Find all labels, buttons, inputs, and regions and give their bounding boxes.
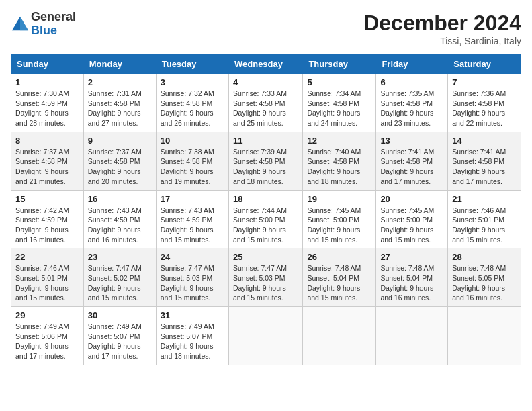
day-detail: Sunrise: 7:37 AMSunset: 4:58 PMDaylight:… bbox=[15, 148, 69, 185]
day-number: 8 bbox=[15, 136, 79, 146]
weekday-header-row: SundayMondayTuesdayWednesdayThursdayFrid… bbox=[11, 55, 521, 74]
day-number: 3 bbox=[161, 77, 224, 87]
weekday-header-saturday: Saturday bbox=[448, 55, 521, 74]
day-detail: Sunrise: 7:48 AMSunset: 5:04 PMDaylight:… bbox=[380, 264, 434, 302]
day-number: 19 bbox=[307, 194, 371, 204]
calendar-cell bbox=[303, 307, 376, 365]
day-number: 15 bbox=[15, 194, 79, 204]
calendar-cell bbox=[376, 307, 448, 365]
svg-marker-1 bbox=[20, 17, 28, 31]
day-number: 9 bbox=[88, 136, 152, 146]
day-number: 28 bbox=[452, 252, 517, 262]
weekday-header-wednesday: Wednesday bbox=[228, 55, 302, 74]
page-header: General Blue December 2024 Tissi, Sardin… bbox=[11, 11, 521, 46]
day-detail: Sunrise: 7:37 AMSunset: 4:58 PMDaylight:… bbox=[88, 148, 142, 185]
calendar-cell: 17Sunrise: 7:43 AMSunset: 4:59 PMDayligh… bbox=[156, 190, 228, 248]
day-detail: Sunrise: 7:32 AMSunset: 4:58 PMDaylight:… bbox=[161, 89, 214, 127]
calendar-cell: 8Sunrise: 7:37 AMSunset: 4:58 PMDaylight… bbox=[11, 132, 84, 190]
day-number: 16 bbox=[88, 194, 152, 204]
location: Tissi, Sardinia, Italy bbox=[363, 36, 521, 46]
logo-blue-text: Blue bbox=[31, 24, 76, 38]
day-number: 27 bbox=[380, 252, 443, 262]
calendar-cell: 19Sunrise: 7:45 AMSunset: 5:00 PMDayligh… bbox=[303, 190, 376, 248]
day-detail: Sunrise: 7:34 AMSunset: 4:58 PMDaylight:… bbox=[307, 89, 361, 127]
calendar-body: 1Sunrise: 7:30 AMSunset: 4:59 PMDaylight… bbox=[11, 74, 521, 365]
day-detail: Sunrise: 7:36 AMSunset: 4:58 PMDaylight:… bbox=[452, 89, 506, 127]
weekday-header-monday: Monday bbox=[83, 55, 156, 74]
day-number: 13 bbox=[380, 136, 443, 146]
day-detail: Sunrise: 7:45 AMSunset: 5:00 PMDaylight:… bbox=[380, 206, 434, 244]
calendar-cell: 22Sunrise: 7:46 AMSunset: 5:01 PMDayligh… bbox=[11, 248, 84, 307]
day-detail: Sunrise: 7:38 AMSunset: 4:58 PMDaylight:… bbox=[161, 148, 214, 185]
day-number: 1 bbox=[15, 77, 79, 87]
calendar-cell: 25Sunrise: 7:47 AMSunset: 5:03 PMDayligh… bbox=[228, 248, 302, 307]
calendar-cell: 16Sunrise: 7:43 AMSunset: 4:59 PMDayligh… bbox=[83, 190, 156, 248]
day-detail: Sunrise: 7:44 AMSunset: 5:00 PMDaylight:… bbox=[233, 206, 287, 244]
calendar-cell: 24Sunrise: 7:47 AMSunset: 5:03 PMDayligh… bbox=[156, 248, 228, 307]
day-number: 29 bbox=[15, 310, 79, 320]
day-detail: Sunrise: 7:46 AMSunset: 5:01 PMDaylight:… bbox=[15, 264, 69, 302]
calendar-cell: 2Sunrise: 7:31 AMSunset: 4:58 PMDaylight… bbox=[83, 74, 156, 132]
day-detail: Sunrise: 7:43 AMSunset: 4:59 PMDaylight:… bbox=[88, 206, 142, 244]
day-detail: Sunrise: 7:49 AMSunset: 5:07 PMDaylight:… bbox=[161, 322, 214, 360]
calendar-cell: 1Sunrise: 7:30 AMSunset: 4:59 PMDaylight… bbox=[11, 74, 84, 132]
calendar-cell: 7Sunrise: 7:36 AMSunset: 4:58 PMDaylight… bbox=[448, 74, 521, 132]
day-number: 4 bbox=[233, 77, 298, 87]
day-detail: Sunrise: 7:45 AMSunset: 5:00 PMDaylight:… bbox=[307, 206, 361, 244]
calendar-cell bbox=[448, 307, 521, 365]
day-number: 26 bbox=[307, 252, 371, 262]
day-detail: Sunrise: 7:49 AMSunset: 5:06 PMDaylight:… bbox=[15, 322, 69, 360]
day-detail: Sunrise: 7:47 AMSunset: 5:02 PMDaylight:… bbox=[88, 264, 142, 302]
calendar-cell: 13Sunrise: 7:41 AMSunset: 4:58 PMDayligh… bbox=[376, 132, 448, 190]
calendar-header: SundayMondayTuesdayWednesdayThursdayFrid… bbox=[11, 55, 521, 74]
day-number: 6 bbox=[380, 77, 443, 87]
logo-icon bbox=[11, 15, 30, 34]
day-detail: Sunrise: 7:31 AMSunset: 4:58 PMDaylight:… bbox=[88, 89, 142, 127]
calendar-cell: 15Sunrise: 7:42 AMSunset: 4:59 PMDayligh… bbox=[11, 190, 84, 248]
calendar-cell: 28Sunrise: 7:48 AMSunset: 5:05 PMDayligh… bbox=[448, 248, 521, 307]
calendar-cell: 21Sunrise: 7:46 AMSunset: 5:01 PMDayligh… bbox=[448, 190, 521, 248]
day-detail: Sunrise: 7:40 AMSunset: 4:58 PMDaylight:… bbox=[307, 148, 361, 185]
day-number: 5 bbox=[307, 77, 371, 87]
day-number: 12 bbox=[307, 136, 371, 146]
title-section: December 2024 Tissi, Sardinia, Italy bbox=[363, 11, 521, 46]
calendar-cell bbox=[228, 307, 302, 365]
day-number: 30 bbox=[88, 310, 152, 320]
day-number: 22 bbox=[15, 252, 79, 262]
weekday-header-tuesday: Tuesday bbox=[156, 55, 228, 74]
calendar-cell: 18Sunrise: 7:44 AMSunset: 5:00 PMDayligh… bbox=[228, 190, 302, 248]
day-detail: Sunrise: 7:41 AMSunset: 4:58 PMDaylight:… bbox=[452, 148, 506, 185]
day-number: 24 bbox=[161, 252, 224, 262]
calendar-cell: 30Sunrise: 7:49 AMSunset: 5:07 PMDayligh… bbox=[83, 307, 156, 365]
calendar-cell: 12Sunrise: 7:40 AMSunset: 4:58 PMDayligh… bbox=[303, 132, 376, 190]
calendar-cell: 31Sunrise: 7:49 AMSunset: 5:07 PMDayligh… bbox=[156, 307, 228, 365]
calendar-week-5: 29Sunrise: 7:49 AMSunset: 5:06 PMDayligh… bbox=[11, 307, 521, 365]
calendar-cell: 5Sunrise: 7:34 AMSunset: 4:58 PMDaylight… bbox=[303, 74, 376, 132]
day-number: 25 bbox=[233, 252, 298, 262]
weekday-header-sunday: Sunday bbox=[11, 55, 84, 74]
calendar-cell: 23Sunrise: 7:47 AMSunset: 5:02 PMDayligh… bbox=[83, 248, 156, 307]
calendar-week-1: 1Sunrise: 7:30 AMSunset: 4:59 PMDaylight… bbox=[11, 74, 521, 132]
day-number: 2 bbox=[88, 77, 152, 87]
day-number: 31 bbox=[161, 310, 224, 320]
day-detail: Sunrise: 7:46 AMSunset: 5:01 PMDaylight:… bbox=[452, 206, 506, 244]
calendar-week-4: 22Sunrise: 7:46 AMSunset: 5:01 PMDayligh… bbox=[11, 248, 521, 307]
calendar-table: SundayMondayTuesdayWednesdayThursdayFrid… bbox=[11, 54, 521, 365]
day-number: 11 bbox=[233, 136, 298, 146]
day-detail: Sunrise: 7:30 AMSunset: 4:59 PMDaylight:… bbox=[15, 89, 69, 127]
day-number: 7 bbox=[452, 77, 517, 87]
weekday-header-thursday: Thursday bbox=[303, 55, 376, 74]
day-detail: Sunrise: 7:48 AMSunset: 5:04 PMDaylight:… bbox=[307, 264, 361, 302]
calendar-cell: 26Sunrise: 7:48 AMSunset: 5:04 PMDayligh… bbox=[303, 248, 376, 307]
day-detail: Sunrise: 7:39 AMSunset: 4:58 PMDaylight:… bbox=[233, 148, 287, 185]
calendar-cell: 3Sunrise: 7:32 AMSunset: 4:58 PMDaylight… bbox=[156, 74, 228, 132]
calendar-cell: 6Sunrise: 7:35 AMSunset: 4:58 PMDaylight… bbox=[376, 74, 448, 132]
logo-general-text: General bbox=[31, 11, 76, 24]
day-number: 21 bbox=[452, 194, 517, 204]
calendar-cell: 29Sunrise: 7:49 AMSunset: 5:06 PMDayligh… bbox=[11, 307, 84, 365]
calendar-cell: 9Sunrise: 7:37 AMSunset: 4:58 PMDaylight… bbox=[83, 132, 156, 190]
calendar-cell: 4Sunrise: 7:33 AMSunset: 4:58 PMDaylight… bbox=[228, 74, 302, 132]
day-number: 10 bbox=[161, 136, 224, 146]
day-detail: Sunrise: 7:33 AMSunset: 4:58 PMDaylight:… bbox=[233, 89, 287, 127]
calendar-cell: 14Sunrise: 7:41 AMSunset: 4:58 PMDayligh… bbox=[448, 132, 521, 190]
